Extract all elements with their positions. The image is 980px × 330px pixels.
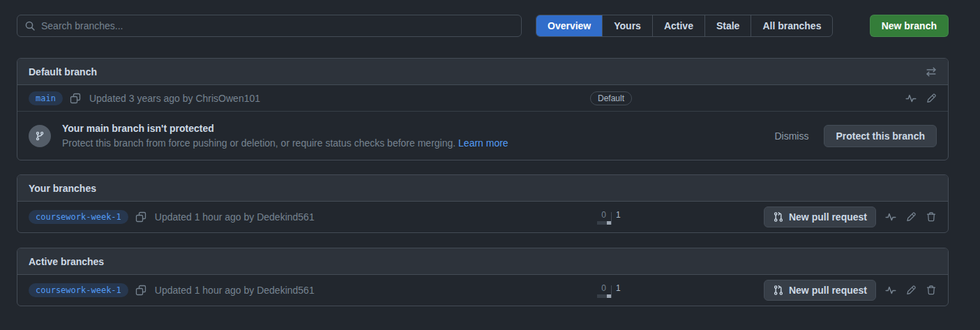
branch-updated-text: Updated 1 hour ago by Dedekind561 xyxy=(155,211,315,223)
your-branches-panel: Your branches coursework-week-1 Updated … xyxy=(17,174,949,233)
protect-branch-button[interactable]: Protect this branch xyxy=(824,125,937,147)
rename-branch-button[interactable] xyxy=(905,285,917,296)
branch-activity-button[interactable] xyxy=(905,93,917,104)
new-branch-button[interactable]: New branch xyxy=(870,15,949,37)
copy-branch-name-button[interactable] xyxy=(135,211,146,223)
pulse-icon xyxy=(885,211,896,223)
active-branches-panel: Active branches coursework-week-1 Update… xyxy=(17,248,949,306)
default-branch-title: Default branch xyxy=(29,66,97,77)
copy-branch-name-button[interactable] xyxy=(135,285,146,296)
copy-branch-name-button[interactable] xyxy=(70,93,81,104)
delete-branch-button[interactable] xyxy=(926,285,937,296)
protection-title: Your main branch isn't protected xyxy=(62,123,508,134)
branch-activity-button[interactable] xyxy=(885,211,896,223)
tab-active[interactable]: Active xyxy=(652,15,704,36)
arrow-switch-icon xyxy=(926,66,937,77)
your-branches-header: Your branches xyxy=(17,175,948,202)
delete-branch-button[interactable] xyxy=(926,211,937,223)
new-pull-request-button[interactable]: New pull request xyxy=(764,280,876,301)
copy-icon xyxy=(70,93,81,104)
pulse-icon xyxy=(905,93,917,104)
default-badge: Default xyxy=(590,91,632,105)
pencil-icon xyxy=(905,285,917,296)
protection-description: Protect this branch from force pushing o… xyxy=(62,137,508,149)
your-branches-title: Your branches xyxy=(29,183,96,194)
tab-yours[interactable]: Yours xyxy=(602,15,652,36)
branch-updated-text: Updated 1 hour ago by Dedekind561 xyxy=(155,285,315,296)
trash-icon xyxy=(926,285,937,296)
copy-icon xyxy=(135,285,146,296)
default-branch-panel: Default branch main Updated 3 years ago … xyxy=(17,58,949,160)
tab-all-branches[interactable]: All branches xyxy=(751,15,832,36)
ahead-behind-counter: 01 xyxy=(591,210,631,225)
active-branch-row: coursework-week-1 Updated 1 hour ago by … xyxy=(17,275,948,306)
search-input[interactable] xyxy=(41,20,514,31)
new-pull-request-button[interactable]: New pull request xyxy=(764,207,876,227)
toolbar: Overview Yours Active Stale All branches… xyxy=(17,15,949,37)
tab-overview[interactable]: Overview xyxy=(536,15,602,36)
ahead-count: 1 xyxy=(611,283,631,293)
branch-updated-text: Updated 3 years ago by ChrisOwen101 xyxy=(89,93,260,104)
default-branch-row: main Updated 3 years ago by ChrisOwen101… xyxy=(17,85,948,111)
branch-protection-banner: Your main branch isn't protected Protect… xyxy=(17,111,948,160)
copy-icon xyxy=(135,211,146,223)
git-pull-request-icon xyxy=(773,211,784,223)
search-box[interactable] xyxy=(17,15,522,37)
pencil-icon xyxy=(905,211,917,223)
search-icon xyxy=(24,20,36,31)
default-branch-header: Default branch xyxy=(17,59,948,85)
active-branches-title: Active branches xyxy=(29,256,104,267)
learn-more-link[interactable]: Learn more xyxy=(458,137,508,149)
branches-page: Overview Yours Active Stale All branches… xyxy=(17,15,949,306)
branch-filter-tabs: Overview Yours Active Stale All branches xyxy=(536,15,833,37)
behind-count: 0 xyxy=(591,283,611,293)
active-branches-header: Active branches xyxy=(17,248,948,275)
change-default-branch-button[interactable] xyxy=(926,66,937,77)
pulse-icon xyxy=(885,285,896,296)
git-pull-request-icon xyxy=(773,285,784,296)
pencil-icon xyxy=(926,93,937,104)
branch-name-link[interactable]: coursework-week-1 xyxy=(29,283,128,297)
dismiss-link[interactable]: Dismiss xyxy=(774,130,808,142)
ahead-behind-counter: 01 xyxy=(591,283,631,298)
rename-branch-button[interactable] xyxy=(905,211,917,223)
rename-branch-button[interactable] xyxy=(926,93,937,104)
git-branch-icon xyxy=(34,130,45,142)
branch-name-link[interactable]: coursework-week-1 xyxy=(29,210,128,224)
branch-name-link[interactable]: main xyxy=(29,91,63,105)
ahead-count: 1 xyxy=(611,210,631,220)
your-branch-row: coursework-week-1 Updated 1 hour ago by … xyxy=(17,202,948,232)
behind-count: 0 xyxy=(591,210,611,220)
tab-stale[interactable]: Stale xyxy=(704,15,751,36)
trash-icon xyxy=(926,211,937,223)
branch-activity-button[interactable] xyxy=(885,285,896,296)
